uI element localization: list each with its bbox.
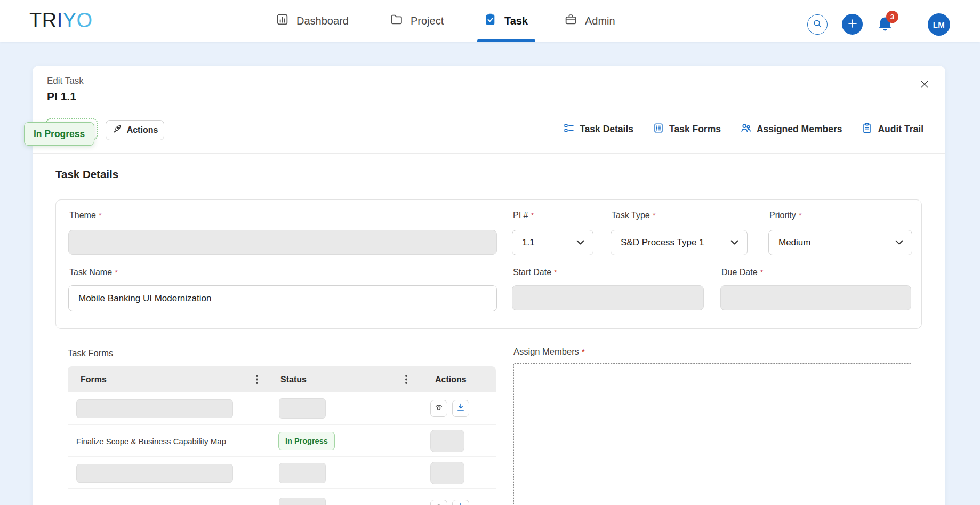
column-header-actions: Actions bbox=[435, 366, 467, 392]
close-button[interactable] bbox=[918, 78, 931, 92]
notifications-button[interactable]: 3 bbox=[874, 14, 896, 35]
assign-members-label: Assign Members* bbox=[513, 347, 585, 357]
nav-item-label: Task bbox=[504, 15, 528, 27]
triyo-logo[interactable]: TRIYO bbox=[29, 9, 93, 32]
assign-members-dropzone[interactable] bbox=[513, 363, 911, 505]
task-clipboard-icon bbox=[484, 13, 497, 29]
tab-label: Assigned Members bbox=[757, 124, 842, 135]
logo-text: TR bbox=[29, 9, 57, 31]
status-placeholder bbox=[279, 498, 326, 505]
status-badge[interactable]: In Progress bbox=[278, 432, 335, 450]
briefcase-icon bbox=[564, 13, 577, 29]
nav-item-label: Dashboard bbox=[296, 15, 349, 27]
tab-task-forms[interactable]: Task Forms bbox=[653, 122, 721, 137]
nav-item-project[interactable]: Project bbox=[390, 0, 444, 42]
header-divider bbox=[33, 153, 945, 154]
dashboard-icon bbox=[276, 13, 289, 29]
tab-label: Task Details bbox=[580, 124, 633, 135]
actions-button-label: Actions bbox=[127, 125, 158, 135]
priority-label: Priority* bbox=[769, 211, 802, 220]
tab-assigned-members[interactable]: Assigned Members bbox=[740, 122, 842, 137]
task-forms-label: Task Forms bbox=[68, 348, 113, 358]
chevron-down-icon bbox=[571, 237, 584, 248]
action-placeholder bbox=[430, 462, 464, 484]
nav-item-dashboard[interactable]: Dashboard bbox=[276, 0, 349, 42]
required-marker: * bbox=[653, 211, 656, 220]
tab-label: Audit Trail bbox=[878, 124, 923, 135]
rocket-icon bbox=[112, 124, 122, 137]
table-row bbox=[68, 488, 496, 505]
view-button[interactable] bbox=[430, 400, 447, 417]
view-button[interactable] bbox=[430, 500, 447, 505]
search-icon bbox=[812, 18, 823, 31]
start-date-label: Start Date* bbox=[513, 268, 557, 277]
nav-item-label: Project bbox=[411, 15, 444, 27]
modal-subtitle: Edit Task bbox=[47, 76, 84, 86]
kebab-menu-icon[interactable] bbox=[255, 374, 259, 384]
folder-icon bbox=[390, 13, 403, 29]
task-forms-icon bbox=[653, 122, 664, 137]
form-name-placeholder bbox=[76, 464, 233, 483]
eye-icon bbox=[434, 403, 444, 414]
required-marker: * bbox=[799, 211, 802, 220]
notification-count-badge: 3 bbox=[886, 11, 898, 23]
table-row: Finalize Scope & Business Capability Map… bbox=[68, 424, 496, 456]
modal-tab-bar: Task Details Task Forms Assigned Members… bbox=[563, 122, 923, 137]
add-new-button[interactable] bbox=[842, 14, 863, 35]
download-button[interactable] bbox=[452, 400, 469, 417]
app-screen: TRIYO Dashboard Project Task Admin 3 LM bbox=[0, 0, 980, 505]
task-name-label: Task Name* bbox=[69, 268, 118, 277]
nav-item-label: Admin bbox=[585, 15, 615, 27]
column-header-forms: Forms bbox=[81, 366, 107, 392]
nav-item-task[interactable]: Task bbox=[484, 0, 528, 42]
required-marker: * bbox=[115, 268, 118, 277]
section-title: Task Details bbox=[55, 168, 118, 181]
task-type-value: S&D Process Type 1 bbox=[621, 237, 704, 248]
column-header-status: Status bbox=[280, 366, 307, 392]
pi-number-value: 1.1 bbox=[522, 237, 535, 248]
theme-label: Theme* bbox=[69, 211, 102, 220]
required-marker: * bbox=[554, 268, 557, 277]
task-details-icon bbox=[563, 122, 575, 137]
status-placeholder bbox=[279, 398, 326, 419]
download-icon bbox=[456, 502, 465, 505]
plus-icon bbox=[847, 18, 858, 31]
task-type-select[interactable]: S&D Process Type 1 bbox=[611, 230, 748, 255]
download-icon bbox=[456, 403, 465, 414]
form-name-cell: Finalize Scope & Business Capability Map bbox=[76, 425, 226, 457]
task-details-form-panel: Theme* PI #* 1.1 Task Type* S&D Process … bbox=[55, 199, 922, 329]
chevron-down-icon bbox=[725, 237, 738, 248]
due-date-field bbox=[720, 285, 911, 310]
due-date-label: Due Date* bbox=[721, 268, 763, 277]
priority-select[interactable]: Medium bbox=[768, 230, 912, 255]
eye-icon bbox=[434, 502, 444, 505]
chevron-down-icon bbox=[890, 237, 903, 248]
avatar[interactable]: LM bbox=[928, 13, 950, 36]
table-row bbox=[68, 392, 496, 424]
tab-label: Task Forms bbox=[669, 124, 721, 135]
theme-field bbox=[68, 230, 497, 255]
close-icon bbox=[919, 79, 930, 92]
table-row bbox=[68, 456, 496, 488]
start-date-field bbox=[512, 285, 704, 310]
nav-item-admin[interactable]: Admin bbox=[564, 0, 615, 42]
action-placeholder bbox=[430, 430, 464, 452]
required-marker: * bbox=[760, 268, 764, 277]
edit-task-modal: Edit Task PI 1.1 In Progress Actions Tas… bbox=[33, 66, 945, 505]
form-name-placeholder bbox=[76, 399, 233, 418]
priority-value: Medium bbox=[778, 237, 810, 248]
tab-audit-trail[interactable]: Audit Trail bbox=[861, 122, 923, 137]
actions-button[interactable]: Actions bbox=[106, 120, 164, 140]
task-type-label: Task Type* bbox=[612, 211, 656, 220]
status-badge[interactable]: In Progress bbox=[24, 122, 94, 146]
kebab-menu-icon[interactable] bbox=[405, 374, 408, 384]
status-placeholder bbox=[279, 463, 326, 483]
pi-number-select[interactable]: 1.1 bbox=[512, 230, 593, 255]
task-name-input[interactable] bbox=[68, 285, 497, 311]
tab-task-details[interactable]: Task Details bbox=[563, 122, 633, 137]
top-nav-bar: TRIYO Dashboard Project Task Admin 3 LM bbox=[0, 0, 980, 42]
pi-number-label: PI #* bbox=[513, 211, 534, 220]
search-button[interactable] bbox=[807, 14, 828, 35]
download-button[interactable] bbox=[452, 500, 469, 505]
page-title: PI 1.1 bbox=[47, 90, 76, 103]
